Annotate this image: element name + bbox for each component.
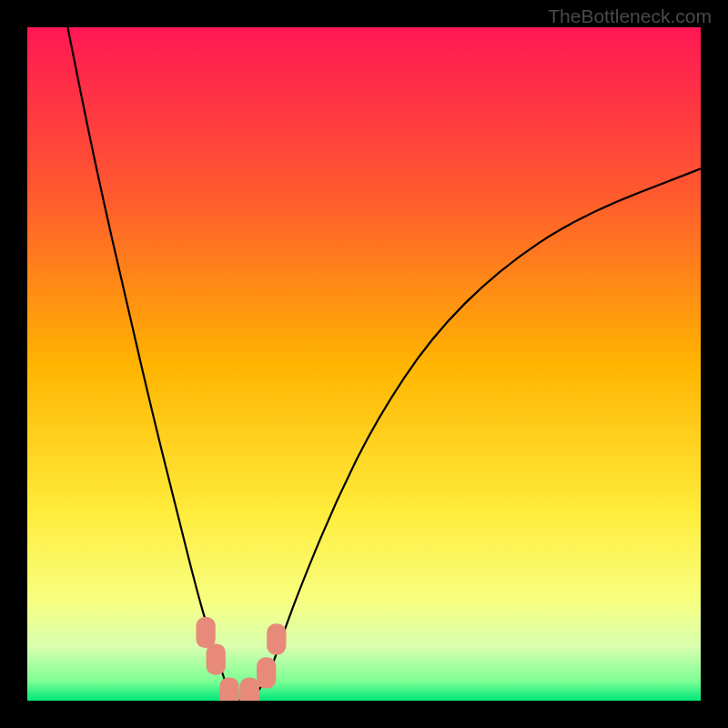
- marker-d: [240, 678, 259, 701]
- marker-a: [196, 617, 215, 648]
- curve-layer: [27, 27, 701, 701]
- marker-f: [267, 623, 286, 654]
- marker-c: [219, 678, 238, 701]
- marker-b: [207, 644, 226, 675]
- watermark-text: TheBottleneck.com: [548, 5, 712, 27]
- marker-e: [257, 657, 276, 688]
- bottleneck-curve: [67, 27, 701, 701]
- plot-area: [27, 27, 701, 701]
